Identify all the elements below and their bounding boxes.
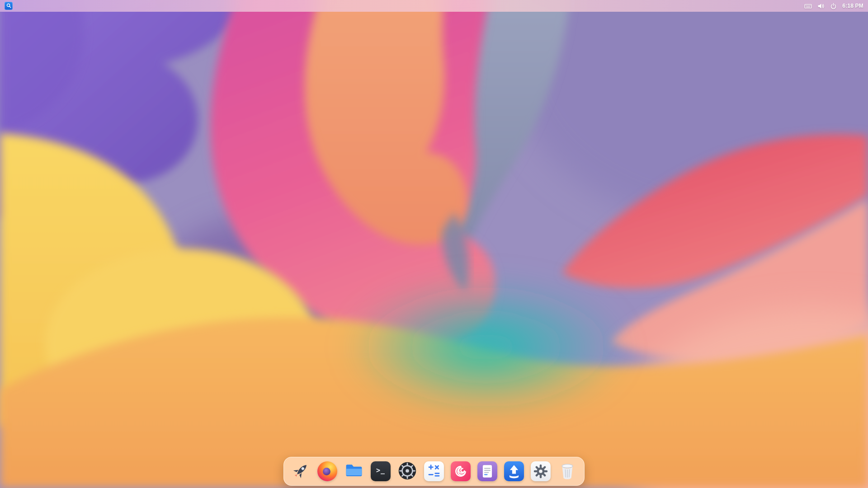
- folder-icon: [344, 461, 364, 482]
- spiral-icon: [451, 461, 471, 481]
- desktop-wallpaper: [0, 0, 868, 488]
- volume-icon[interactable]: [817, 2, 825, 10]
- clock[interactable]: 6:18 PM: [842, 3, 863, 9]
- keyboard-icon[interactable]: [804, 2, 812, 10]
- trash-icon: [557, 461, 577, 482]
- dock-item-document[interactable]: [477, 461, 498, 482]
- firefox-icon: [317, 461, 337, 481]
- document-icon: [477, 461, 497, 481]
- firefox-core: [323, 468, 330, 475]
- panel-left: [5, 2, 13, 10]
- dark-wheel-icon: [397, 461, 417, 482]
- power-icon[interactable]: [830, 2, 837, 10]
- dock-item-firefox[interactable]: [317, 461, 338, 482]
- dock-item-camera[interactable]: [397, 461, 418, 482]
- magnifier-icon: [6, 3, 11, 9]
- rocket-icon: [291, 461, 311, 482]
- terminal-prompt-glyph: >_: [376, 466, 385, 474]
- arrow-up-icon: [504, 461, 524, 481]
- dock-item-calculator[interactable]: [424, 461, 444, 482]
- dock-item-terminal[interactable]: >_: [370, 461, 391, 482]
- launcher-button[interactable]: [5, 2, 13, 10]
- calculator-icon: [424, 461, 444, 481]
- system-tray: 6:18 PM: [804, 2, 863, 10]
- dock-item-music[interactable]: [450, 461, 471, 482]
- top-panel: 6:18 PM: [0, 0, 868, 12]
- dock-item-file-manager[interactable]: [344, 461, 364, 482]
- dock-item-trash[interactable]: [557, 461, 578, 482]
- terminal-icon: >_: [371, 461, 391, 481]
- gear-icon: [531, 461, 551, 481]
- dock-item-launcher[interactable]: [290, 461, 311, 482]
- dock-item-app-store[interactable]: [504, 461, 524, 482]
- dock: >_: [283, 457, 585, 486]
- dock-item-settings[interactable]: [530, 461, 551, 482]
